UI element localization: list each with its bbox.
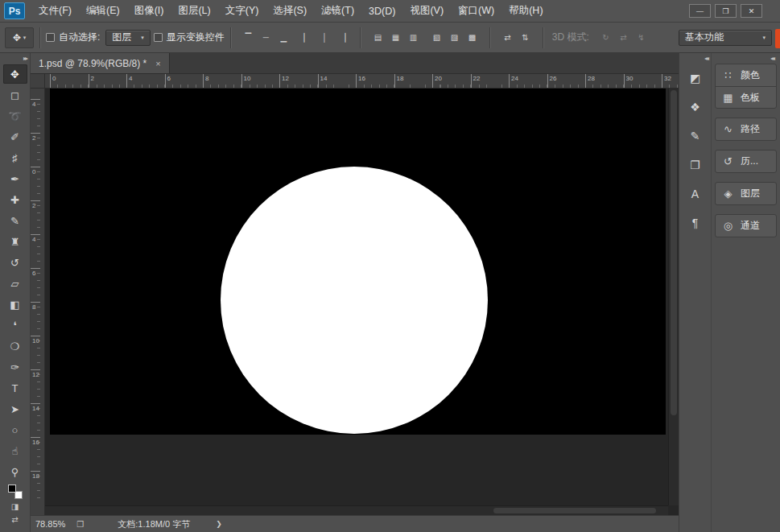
foreground-background-swatches[interactable] <box>8 485 23 499</box>
styles-panel-icon[interactable]: ❖ <box>683 96 708 118</box>
v-ruler-label: 4 <box>31 234 40 268</box>
horizontal-ruler[interactable]: 0 2 4 6 8 10 12 14 16 18 20 22 24 26 28 … <box>45 74 679 89</box>
workspace-switcher-dropdown[interactable]: 基本功能 ▾ <box>679 30 772 46</box>
close-button[interactable]: ✕ <box>741 4 762 18</box>
ellipse-tool[interactable]: ○ <box>3 420 27 439</box>
panel-button-history[interactable]: ↺ 历... <box>716 151 776 172</box>
distribute-bottom-edges-icon[interactable]: ▥ <box>406 29 421 46</box>
align-bottom-edges-icon[interactable]: ▁ <box>276 29 291 46</box>
restore-button[interactable]: ❐ <box>715 4 737 18</box>
dock-collapse-chevron-icon[interactable]: ◂◂ <box>679 53 711 64</box>
v-ruler-label: 8 <box>31 302 40 336</box>
menu-3d[interactable]: 3D(D) <box>361 0 402 22</box>
history-brush-tool[interactable]: ↺ <box>3 253 27 272</box>
horizontal-scrollbar[interactable] <box>45 505 668 515</box>
separator <box>230 27 231 48</box>
status-flyout-icon[interactable]: ❐ <box>76 520 84 529</box>
vertical-ruler[interactable]: 4 2 0 2 4 6 8 10 12 14 16 18 <box>31 89 45 515</box>
rectangular-marquee-tool[interactable]: ◻ <box>3 85 27 105</box>
menu-image[interactable]: 图像(I) <box>127 0 171 22</box>
panel-button-channels[interactable]: ◎ 通道 <box>716 215 776 237</box>
blur-tool[interactable]: ❛ <box>3 315 27 335</box>
brush-tool[interactable]: ✎ <box>3 211 27 230</box>
screen-edge-artifact <box>775 29 780 48</box>
align-left-edges-icon[interactable]: ▏ <box>299 29 315 46</box>
auto-select-target-dropdown[interactable]: 图层 ▾ <box>105 30 151 46</box>
minimize-button[interactable]: — <box>689 4 711 18</box>
foreground-color-swatch[interactable] <box>8 485 16 493</box>
panel-button-color[interactable]: ∷ 颜色 <box>716 64 776 86</box>
panel-button-paths[interactable]: ∿ 路径 <box>716 118 776 140</box>
dock-collapse-chevron-icon[interactable]: ◂◂ <box>715 53 777 64</box>
tools-collapse-chevron-icon[interactable]: ▸▸ <box>0 53 30 64</box>
tab-close-icon[interactable]: × <box>155 59 160 68</box>
canvas-circle-shape <box>221 167 488 434</box>
h-ruler-label: 2 <box>89 74 127 88</box>
menu-type[interactable]: 文字(Y) <box>218 0 266 22</box>
screen-mode-icon[interactable]: ⇄ <box>11 514 18 525</box>
canvas-document[interactable] <box>50 89 666 435</box>
distribute-spacing-icon[interactable]: ⇅ <box>518 29 533 46</box>
distribute-right-edges-icon[interactable]: ▩ <box>464 29 480 46</box>
eraser-tool[interactable]: ▱ <box>3 274 27 293</box>
distribute-horizontal-centers-icon[interactable]: ▨ <box>447 29 462 46</box>
auto-align-layers-icon[interactable]: ⇄ <box>500 29 515 46</box>
adjustments-panel-icon[interactable]: ◩ <box>683 67 708 89</box>
clone-source-panel-icon[interactable]: ❐ <box>683 154 708 176</box>
lasso-tool[interactable]: ➰ <box>3 106 27 126</box>
move-tool[interactable]: ✥ <box>3 64 27 84</box>
align-right-edges-icon[interactable]: ▕ <box>335 29 350 46</box>
quick-selection-tool[interactable]: ✐ <box>3 127 27 146</box>
paragraph-panel-icon[interactable]: ¶ <box>683 212 708 234</box>
crop-tool[interactable]: ♯ <box>3 148 27 167</box>
character-panel-icon[interactable]: A <box>683 183 708 205</box>
panel-button-swatches[interactable]: ▦ 色板 <box>716 86 776 108</box>
menu-edit[interactable]: 编辑(E) <box>79 0 127 22</box>
document-tab-title: 1.psd @ 78.9%(RGB/8) * <box>39 58 147 69</box>
vertical-scrollbar[interactable] <box>668 89 679 505</box>
dodge-tool[interactable]: ❍ <box>3 336 27 356</box>
brush-presets-panel-icon[interactable]: ✎ <box>683 125 708 147</box>
align-vertical-centers-icon[interactable]: ─ <box>258 29 274 46</box>
auto-select-checkbox[interactable] <box>46 33 55 42</box>
align-horizontal-centers-icon[interactable]: │ <box>317 29 332 46</box>
chevron-down-icon: ▾ <box>141 35 144 41</box>
menu-select[interactable]: 选择(S) <box>266 0 314 22</box>
vertical-scrollbar-thumb[interactable] <box>671 90 677 415</box>
photoshop-window: Ps 文件(F) 编辑(E) 图像(I) 图层(L) 文字(Y) 选择(S) 滤… <box>0 0 780 532</box>
tool-preset-picker[interactable]: ✥ ▾ <box>5 27 34 48</box>
panel-group-color: ∷ 颜色 ▦ 色板 <box>715 64 777 109</box>
chevron-down-icon: ▾ <box>762 35 766 41</box>
canvas-viewport[interactable] <box>45 89 679 515</box>
show-transform-checkbox[interactable] <box>154 33 163 42</box>
document-tab[interactable]: 1.psd @ 78.9%(RGB/8) * × <box>31 53 170 73</box>
distribute-left-edges-icon[interactable]: ▧ <box>429 29 444 46</box>
3d-pan-icon: ⇄ <box>616 29 631 46</box>
quick-mask-icon[interactable]: ◨ <box>11 501 19 512</box>
panel-button-layers[interactable]: ◈ 图层 <box>716 183 776 204</box>
path-selection-tool[interactable]: ➤ <box>3 399 27 419</box>
zoom-level-field[interactable]: 78.85% <box>31 519 70 529</box>
gradient-tool[interactable]: ◧ <box>3 295 27 314</box>
menu-window[interactable]: 窗口(W) <box>451 0 501 22</box>
hand-tool[interactable]: ☝ <box>3 441 27 460</box>
type-tool[interactable]: T <box>3 378 27 398</box>
horizontal-scrollbar-thumb[interactable] <box>493 508 655 513</box>
pen-tool[interactable]: ✑ <box>3 357 27 377</box>
eyedropper-tool[interactable]: ✒ <box>3 169 27 188</box>
menu-file[interactable]: 文件(F) <box>31 0 79 22</box>
menu-help[interactable]: 帮助(H) <box>501 0 550 22</box>
menu-layer[interactable]: 图层(L) <box>171 0 217 22</box>
align-top-edges-icon[interactable]: ▔ <box>241 29 256 46</box>
clone-stamp-tool[interactable]: ♜ <box>3 232 27 251</box>
distribute-top-edges-icon[interactable]: ▤ <box>370 29 386 46</box>
zoom-tool[interactable]: ⚲ <box>3 462 27 481</box>
status-menu-chevron-icon[interactable]: ❯ <box>216 520 222 528</box>
panel-label: 颜色 <box>741 68 760 82</box>
distribute-vertical-centers-icon[interactable]: ▦ <box>388 29 403 46</box>
menu-view[interactable]: 视图(V) <box>402 0 451 22</box>
healing-brush-tool[interactable]: ✚ <box>3 190 27 209</box>
menu-filter[interactable]: 滤镜(T) <box>314 0 361 22</box>
h-ruler-label: 30 <box>624 74 662 88</box>
ruler-corner[interactable] <box>31 74 45 89</box>
